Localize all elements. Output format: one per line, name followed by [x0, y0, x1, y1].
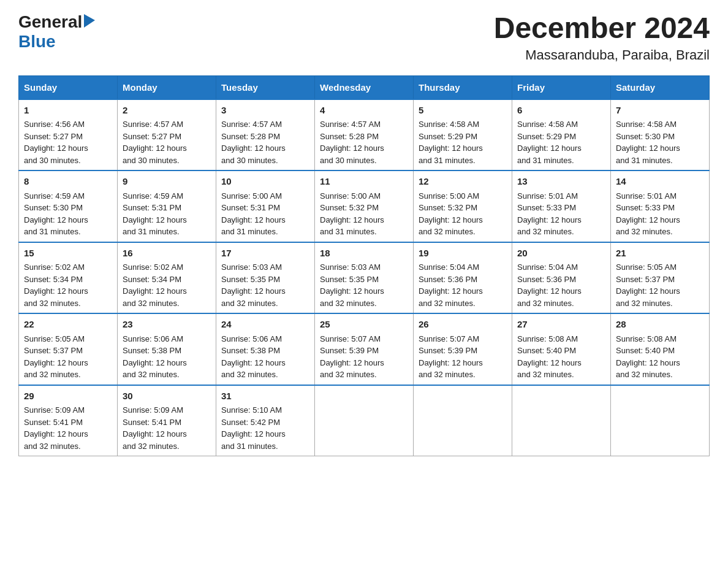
daylight-label: Daylight: 12 hours	[24, 286, 88, 296]
sunset-label: Sunset: 5:42 PM	[221, 418, 280, 427]
daylight-label: Daylight: 12 hours	[24, 429, 88, 439]
daylight-minutes: and 32 minutes.	[24, 370, 81, 379]
daylight-minutes: and 32 minutes.	[419, 299, 476, 308]
daylight-label: Daylight: 12 hours	[24, 215, 88, 224]
day-number: 30	[123, 389, 211, 404]
sunset-label: Sunset: 5:37 PM	[616, 275, 675, 284]
daylight-minutes: and 32 minutes.	[123, 299, 180, 308]
daylight-minutes: and 32 minutes.	[419, 227, 476, 236]
day-info: Sunrise: 5:00 AM Sunset: 5:32 PM Dayligh…	[419, 190, 507, 238]
calendar-week-row: 29 Sunrise: 5:09 AM Sunset: 5:41 PM Dayl…	[19, 385, 710, 456]
daylight-label: Daylight: 12 hours	[221, 286, 286, 296]
daylight-label: Daylight: 12 hours	[616, 358, 680, 367]
daylight-minutes: and 32 minutes.	[517, 227, 574, 236]
sunset-label: Sunset: 5:38 PM	[123, 346, 181, 355]
daylight-label: Daylight: 12 hours	[24, 144, 88, 153]
table-row: 25 Sunrise: 5:07 AM Sunset: 5:39 PM Dayl…	[315, 313, 414, 385]
table-row: 18 Sunrise: 5:03 AM Sunset: 5:35 PM Dayl…	[315, 242, 414, 314]
header-thursday: Thursday	[414, 75, 512, 99]
daylight-minutes: and 31 minutes.	[616, 156, 673, 165]
daylight-minutes: and 32 minutes.	[24, 442, 81, 451]
daylight-minutes: and 31 minutes.	[221, 442, 278, 451]
logo-general-text: General	[18, 12, 82, 32]
day-number: 29	[24, 389, 112, 404]
sunrise-label: Sunrise: 5:02 AM	[24, 262, 85, 272]
day-info: Sunrise: 5:04 AM Sunset: 5:36 PM Dayligh…	[517, 261, 605, 309]
daylight-label: Daylight: 12 hours	[419, 286, 483, 296]
daylight-minutes: and 30 minutes.	[123, 156, 180, 165]
day-info: Sunrise: 5:08 AM Sunset: 5:40 PM Dayligh…	[517, 333, 605, 381]
daylight-label: Daylight: 12 hours	[320, 215, 384, 224]
sunrise-label: Sunrise: 4:59 AM	[24, 191, 85, 201]
daylight-label: Daylight: 12 hours	[123, 358, 187, 367]
day-info: Sunrise: 5:09 AM Sunset: 5:41 PM Dayligh…	[123, 404, 211, 452]
daylight-minutes: and 30 minutes.	[24, 156, 81, 165]
title-block: December 2024 Massaranduba, Paraiba, Bra…	[494, 12, 710, 63]
header-sunday: Sunday	[19, 75, 118, 99]
daylight-label: Daylight: 12 hours	[517, 358, 582, 367]
daylight-minutes: and 32 minutes.	[320, 299, 377, 308]
day-number: 11	[320, 175, 408, 189]
day-number: 31	[221, 389, 309, 404]
day-info: Sunrise: 5:02 AM Sunset: 5:34 PM Dayligh…	[123, 261, 211, 309]
daylight-label: Daylight: 12 hours	[221, 358, 286, 367]
day-info: Sunrise: 5:10 AM Sunset: 5:42 PM Dayligh…	[221, 404, 309, 452]
header-saturday: Saturday	[611, 75, 710, 99]
daylight-minutes: and 31 minutes.	[517, 156, 574, 165]
sunrise-label: Sunrise: 5:03 AM	[221, 262, 282, 272]
table-row: 3 Sunrise: 4:57 AM Sunset: 5:28 PM Dayli…	[216, 99, 315, 171]
calendar-week-row: 8 Sunrise: 4:59 AM Sunset: 5:30 PM Dayli…	[19, 170, 710, 242]
day-number: 14	[616, 175, 704, 189]
sunrise-label: Sunrise: 5:08 AM	[616, 334, 677, 343]
daylight-minutes: and 32 minutes.	[616, 299, 673, 308]
sunset-label: Sunset: 5:34 PM	[24, 275, 83, 284]
table-row: 19 Sunrise: 5:04 AM Sunset: 5:36 PM Dayl…	[414, 242, 512, 314]
sunrise-label: Sunrise: 5:05 AM	[616, 262, 677, 272]
daylight-minutes: and 32 minutes.	[24, 299, 81, 308]
daylight-minutes: and 31 minutes.	[419, 156, 476, 165]
day-info: Sunrise: 5:01 AM Sunset: 5:33 PM Dayligh…	[517, 190, 605, 238]
sunrise-label: Sunrise: 5:05 AM	[24, 334, 85, 343]
daylight-label: Daylight: 12 hours	[419, 144, 483, 153]
day-number: 10	[221, 175, 309, 189]
sunset-label: Sunset: 5:41 PM	[24, 418, 83, 427]
day-info: Sunrise: 5:07 AM Sunset: 5:39 PM Dayligh…	[320, 333, 408, 381]
sunset-label: Sunset: 5:35 PM	[221, 275, 280, 284]
sunrise-label: Sunrise: 5:00 AM	[221, 191, 282, 201]
day-info: Sunrise: 4:59 AM Sunset: 5:30 PM Dayligh…	[24, 190, 112, 238]
day-number: 18	[320, 247, 408, 261]
daylight-label: Daylight: 12 hours	[320, 144, 384, 153]
day-number: 12	[419, 175, 507, 189]
page-title: December 2024	[494, 12, 710, 45]
day-info: Sunrise: 5:05 AM Sunset: 5:37 PM Dayligh…	[24, 333, 112, 381]
day-info: Sunrise: 5:02 AM Sunset: 5:34 PM Dayligh…	[24, 261, 112, 309]
day-info: Sunrise: 4:57 AM Sunset: 5:28 PM Dayligh…	[221, 118, 309, 166]
day-info: Sunrise: 4:56 AM Sunset: 5:27 PM Dayligh…	[24, 118, 112, 166]
sunset-label: Sunset: 5:27 PM	[24, 132, 83, 141]
daylight-minutes: and 32 minutes.	[123, 442, 180, 451]
sunrise-label: Sunrise: 5:02 AM	[123, 262, 183, 272]
day-number: 17	[221, 247, 309, 261]
daylight-label: Daylight: 12 hours	[517, 286, 582, 296]
table-row: 20 Sunrise: 5:04 AM Sunset: 5:36 PM Dayl…	[512, 242, 611, 314]
table-row: 11 Sunrise: 5:00 AM Sunset: 5:32 PM Dayl…	[315, 170, 414, 242]
day-info: Sunrise: 5:03 AM Sunset: 5:35 PM Dayligh…	[320, 261, 408, 309]
daylight-minutes: and 32 minutes.	[123, 370, 180, 379]
sunset-label: Sunset: 5:41 PM	[123, 418, 181, 427]
daylight-minutes: and 31 minutes.	[320, 227, 377, 236]
day-info: Sunrise: 4:57 AM Sunset: 5:28 PM Dayligh…	[320, 118, 408, 166]
day-number: 2	[123, 104, 211, 118]
daylight-label: Daylight: 12 hours	[24, 358, 88, 367]
calendar-week-row: 22 Sunrise: 5:05 AM Sunset: 5:37 PM Dayl…	[19, 313, 710, 385]
sunset-label: Sunset: 5:32 PM	[320, 203, 379, 212]
table-row: 14 Sunrise: 5:01 AM Sunset: 5:33 PM Dayl…	[611, 170, 710, 242]
day-number: 13	[517, 175, 605, 189]
sunrise-label: Sunrise: 5:04 AM	[419, 262, 479, 272]
daylight-label: Daylight: 12 hours	[123, 144, 187, 153]
day-info: Sunrise: 4:58 AM Sunset: 5:29 PM Dayligh…	[517, 118, 605, 166]
sunrise-label: Sunrise: 4:57 AM	[221, 120, 282, 129]
day-info: Sunrise: 5:01 AM Sunset: 5:33 PM Dayligh…	[616, 190, 704, 238]
daylight-minutes: and 32 minutes.	[616, 370, 673, 379]
sunset-label: Sunset: 5:36 PM	[419, 275, 477, 284]
day-info: Sunrise: 4:58 AM Sunset: 5:29 PM Dayligh…	[419, 118, 507, 166]
